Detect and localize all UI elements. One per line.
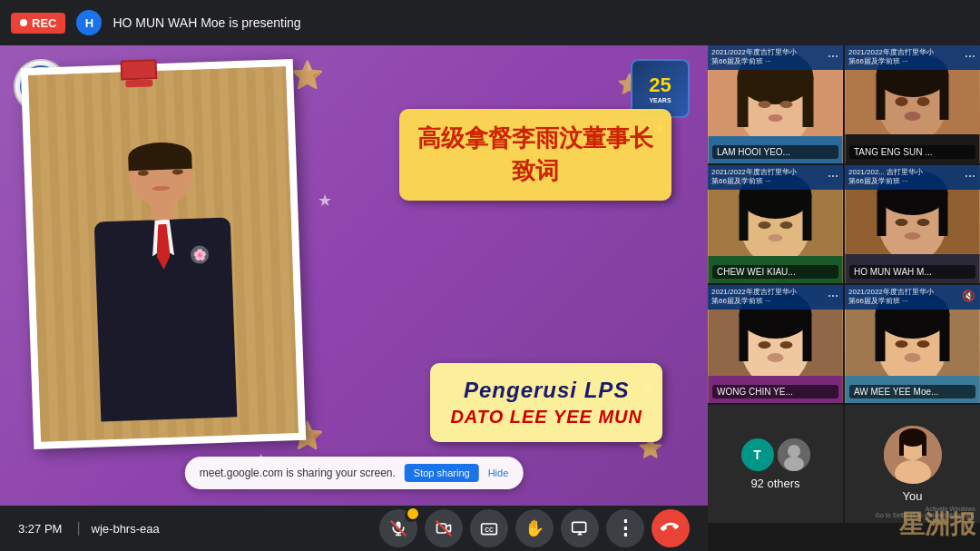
svg-rect-20 — [940, 74, 949, 120]
chinese-title-box: 高级拿督李雨汶董事长致词 — [399, 109, 671, 201]
svg-point-40 — [917, 219, 930, 226]
present-icon — [571, 519, 589, 537]
name-line1: Pengerusi LPS — [450, 378, 642, 403]
hide-button[interactable]: Hide — [488, 467, 509, 478]
mic-mute-button[interactable]: 1 — [379, 509, 417, 547]
photo-card: 🌸 — [21, 59, 306, 449]
you-label: You — [903, 489, 923, 503]
you-avatar — [884, 426, 942, 484]
tile-banner-lam: 2021/2022年度吉打里华小第66届及学前班 ··· — [708, 45, 843, 70]
present-button[interactable] — [561, 509, 599, 547]
slide-container: ⭐ ✦ ⭐ ✦ ⭐ ✦ ⭐ ★ ★ 爱满 天下 25 YEARS — [0, 45, 708, 506]
main-content: ⭐ ✦ ⭐ ✦ ⭐ ✦ ⭐ ★ ★ 爱满 天下 25 YEARS — [0, 45, 708, 506]
svg-point-32 — [769, 234, 783, 241]
tile-menu-ho[interactable]: ⋯ — [965, 170, 975, 182]
end-call-button[interactable] — [652, 509, 690, 547]
svg-rect-47 — [803, 314, 812, 361]
svg-point-63 — [784, 457, 804, 471]
activate-windows-text: Activate WindowsGo to Settings to activa… — [876, 506, 976, 518]
svg-text:CC: CC — [485, 526, 494, 533]
tile-banner-wong: 2021/2022年度吉打里华小第66届及学前班 ··· — [708, 285, 843, 310]
mic-badge: 1 — [405, 509, 417, 522]
tile-label-chew: CHEW WEI KIAU... — [712, 265, 838, 279]
tile-label-tang: TANG ENG SUN ... — [849, 145, 975, 159]
video-tile-lam: 2021/2022年度吉打里华小第66届及学前班 ··· LAM HOOI YE… — [708, 45, 843, 163]
svg-rect-28 — [740, 195, 749, 241]
name-banner: Pengerusi LPS DATO LEE YEE MUN — [430, 363, 662, 442]
video-tile-wong: 2021/2022年度吉打里华小第66届及学前班 ··· WONG CHIN Y… — [708, 285, 843, 403]
raise-hand-button[interactable]: ✋ — [515, 509, 554, 547]
meeting-code: wje-bhrs-eaa — [92, 522, 160, 536]
top-bar: REC H HO MUN WAH Moe is presenting — [0, 0, 980, 45]
captions-button[interactable]: CC — [470, 509, 508, 547]
star-deco-1: ⭐ — [290, 59, 324, 91]
tile-mute-aw: 🔇 — [962, 290, 975, 302]
svg-rect-56 — [940, 314, 950, 361]
tile-banner-tang: 2021/2022年度吉打里华小第66届及学前班 ··· — [845, 45, 980, 70]
end-call-icon — [661, 518, 681, 538]
tile-label-lam: LAM HOOI YEO... — [712, 145, 838, 159]
svg-point-23 — [905, 112, 921, 121]
stop-sharing-button[interactable]: Stop sharing — [405, 464, 479, 482]
star-deco-8: ★ — [318, 191, 332, 211]
svg-rect-75 — [573, 522, 586, 532]
tile-menu-lam[interactable]: ⋯ — [828, 50, 838, 63]
svg-point-59 — [905, 353, 921, 362]
presenter-text: HO MUN WAH Moe is presenting — [113, 15, 300, 30]
svg-point-13 — [780, 101, 793, 108]
raise-hand-icon: ✋ — [524, 518, 544, 538]
video-tile-aw: 2021/2022年度吉打里华小第66届及学前班 ··· AW MEE YEE … — [845, 285, 980, 403]
anni-suffix: YEARS — [649, 97, 671, 103]
svg-point-50 — [768, 353, 784, 362]
svg-point-49 — [780, 341, 793, 349]
tile-menu-chew[interactable]: ⋯ — [828, 170, 838, 182]
others-avatar-img — [778, 438, 810, 471]
svg-point-57 — [896, 340, 908, 348]
video-tile-chew: 2021/2022年度吉打里华小第66届及学前班 ··· CHEW WEI KI… — [708, 165, 843, 283]
more-options-icon: ⋮ — [615, 517, 635, 540]
svg-rect-10 — [738, 77, 749, 127]
others-label: 92 others — [750, 477, 799, 490]
presenter-avatar: H — [76, 10, 102, 35]
tile-label-aw: AW MEE YEE Moe... — [849, 385, 975, 398]
svg-rect-11 — [803, 77, 814, 127]
share-notice-text: meet.google.com is sharing your screen. — [200, 467, 396, 479]
svg-rect-68 — [899, 438, 904, 456]
rec-dot — [20, 19, 27, 26]
svg-point-58 — [917, 340, 930, 348]
rec-badge: REC — [11, 13, 65, 34]
chinese-title-text: 高级拿督李雨汶董事长致词 — [417, 122, 653, 188]
tile-menu-tang[interactable]: ⋯ — [965, 50, 975, 63]
svg-point-39 — [896, 219, 908, 226]
svg-rect-38 — [939, 192, 948, 236]
captions-icon: CC — [480, 519, 498, 537]
svg-point-62 — [788, 445, 800, 458]
others-tile: T 92 others — [708, 405, 843, 523]
svg-point-41 — [905, 232, 921, 240]
rec-label: REC — [32, 16, 56, 30]
svg-point-48 — [759, 341, 771, 349]
binder-clip — [121, 59, 158, 92]
video-tile-tang: 2021/2022年度吉打里华小第66届及学前班 ··· TANG ENG SU… — [845, 45, 980, 163]
share-notification: meet.google.com is sharing your screen. … — [185, 457, 524, 489]
video-tile-ho: 2021/202... 吉打里华小第66届及学前班 ··· HO MUN WAH… — [845, 165, 980, 283]
tile-banner-chew: 2021/2022年度吉打里华小第66届及学前班 ··· — [708, 165, 843, 190]
svg-rect-29 — [803, 195, 812, 241]
name-line2: DATO LEE YEE MUN — [450, 407, 642, 428]
camera-off-icon — [435, 519, 453, 537]
tile-banner-aw: 2021/2022年度吉打里华小第66届及学前班 ··· — [845, 285, 980, 310]
more-options-button[interactable]: ⋮ — [606, 509, 644, 547]
svg-point-31 — [780, 221, 793, 229]
svg-point-14 — [769, 114, 783, 122]
tile-label-ho: HO MUN WAH M... — [849, 265, 975, 279]
svg-point-12 — [759, 101, 771, 108]
mic-muted-icon — [389, 519, 407, 537]
bottom-bar: 3:27 PM | wje-bhrs-eaa 1 CC ✋ — [0, 506, 708, 551]
tile-banner-ho: 2021/202... 吉打里华小第66届及学前班 ··· — [845, 165, 980, 190]
svg-point-30 — [759, 221, 771, 229]
tile-menu-wong[interactable]: ⋯ — [828, 290, 838, 302]
svg-point-21 — [896, 97, 908, 106]
svg-rect-37 — [877, 192, 887, 236]
svg-rect-55 — [876, 314, 886, 361]
camera-button[interactable] — [425, 509, 463, 547]
